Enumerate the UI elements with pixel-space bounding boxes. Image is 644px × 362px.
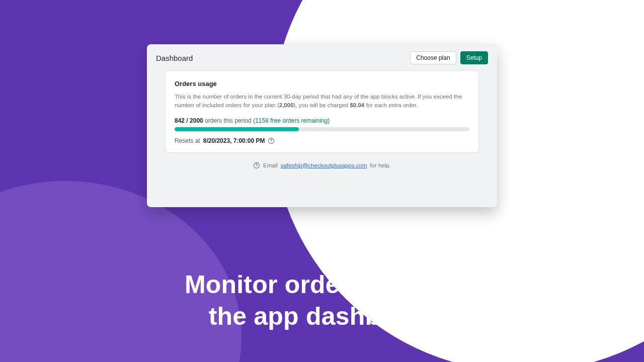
reset-prefix: Resets at [175,137,200,144]
desc-suffix: for each extra order. [364,102,418,108]
panel-header: Dashboard Choose plan Setup [147,44,497,70]
extra-price: $0.04 [350,102,364,108]
caption-line-1: Monitor order usage in [0,269,644,301]
usage-period-label: orders this period [203,117,253,124]
desc-mid: ), you will be charged [294,102,350,108]
usage-summary: 842 / 2000 orders this period (1158 free… [175,117,469,124]
svg-point-3 [257,166,257,167]
slide-caption: Monitor order usage in the app dashboard [0,269,644,332]
header-actions: Choose plan Setup [410,51,488,64]
choose-plan-button[interactable]: Choose plan [410,51,456,64]
svg-point-1 [271,142,272,142]
included-orders: 2,000 [279,102,294,108]
usage-progress-fill [175,127,299,131]
help-email-link[interactable]: safeship@checkoutplusapps.com [281,162,367,168]
usage-current: 842 [175,117,185,124]
promo-slide: Dashboard Choose plan Setup Orders usage… [0,0,644,362]
card-title: Orders usage [175,80,469,87]
reset-line: Resets at 8/20/2023, 7:00:00 PM [175,137,469,144]
help-icon [253,162,260,169]
setup-button[interactable]: Setup [460,51,488,64]
usage-progress-bar [175,127,469,131]
reset-time: 8/20/2023, 7:00:00 PM [203,137,265,144]
usage-sep: / [185,117,190,124]
help-email-suffix: for help. [370,162,391,168]
dashboard-panel: Dashboard Choose plan Setup Orders usage… [147,44,497,207]
help-icon[interactable] [268,137,275,144]
orders-usage-card: Orders usage This is the number of order… [165,70,479,153]
page-title: Dashboard [156,54,193,62]
usage-remaining: (1158 free orders remaining) [253,117,330,124]
help-email-prefix: Email [263,162,278,168]
caption-line-2: the app dashboard [0,301,644,332]
card-description: This is the number of orders in the curr… [175,93,469,110]
help-row: Email safeship@checkoutplusapps.com for … [147,162,497,169]
usage-limit: 2000 [190,117,203,124]
